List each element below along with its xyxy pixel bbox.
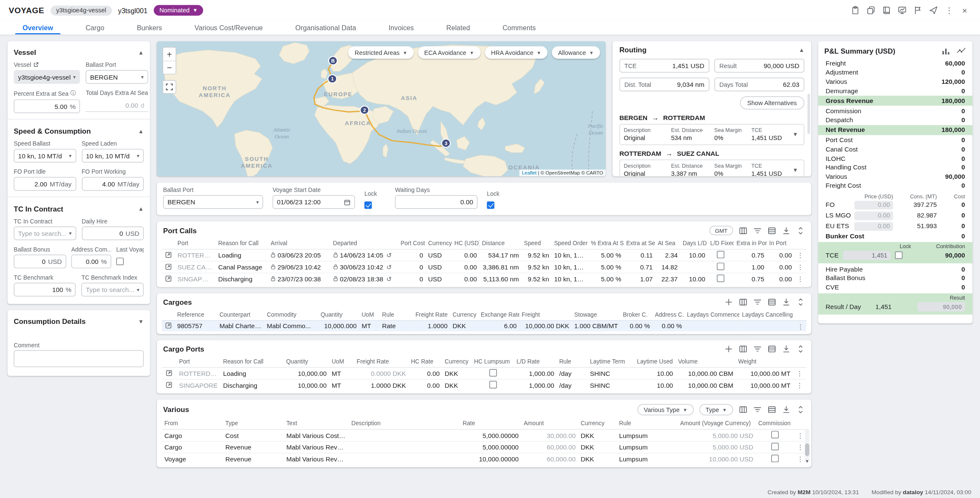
various-cell-type[interactable]: Revenue <box>223 453 284 465</box>
routing-days-total-field[interactable]: Days Total62.03 <box>715 77 805 91</box>
waiting-days-lock-checkbox[interactable] <box>487 201 495 209</box>
routing-dist-total-field[interactable]: Dist. Total9,034 nm <box>619 77 709 91</box>
cargo-port-cell-uom[interactable]: MT <box>329 379 354 391</box>
comment-textarea[interactable] <box>14 350 144 367</box>
row-height-icon[interactable] <box>767 345 776 354</box>
port-call-cell-extra_at_sea[interactable]: 0.71 <box>624 261 655 273</box>
port-call-cell-port[interactable]: SUEZ CAN... <box>175 261 216 273</box>
port-call-cell-extra_at_sea[interactable]: 0.11 <box>624 249 655 261</box>
various-col-type[interactable]: Type <box>223 418 284 429</box>
port-call-col-speed-order[interactable]: Speed Order <box>552 238 588 249</box>
cargo-port-cell-rule[interactable]: /day <box>557 367 587 379</box>
port-call-row[interactable]: SINGAPOREDischarging23/07/23 00:3802/08/… <box>162 273 806 284</box>
cargo-port-cell-ld_rate[interactable]: 1,000.00 <box>514 367 557 379</box>
port-call-ld_fixed-checkbox[interactable] <box>717 275 725 282</box>
view-columns-icon[interactable] <box>739 226 748 235</box>
port-call-cell-port_cost[interactable]: 0 <box>398 273 426 284</box>
view-columns-icon[interactable] <box>739 298 748 306</box>
cargo-port-row[interactable]: ROTTERDAMLoading10,000.00MT0.0000 DKK0.0… <box>162 367 806 379</box>
cargo-port-row[interactable]: SINGAPOREDischarging10,000.00MT1.0000 DK… <box>162 379 806 391</box>
routing-leg-details[interactable]: DescriptionOriginal Est. Distance3,387 n… <box>619 160 804 177</box>
cargo-row[interactable]: 9805757Mabl Chartere...Mabl Commo...10,0… <box>162 321 806 332</box>
view-columns-icon[interactable] <box>739 405 748 414</box>
trend-icon[interactable] <box>956 46 966 56</box>
port-call-col-icon[interactable] <box>795 238 806 249</box>
port-call-cell-reason[interactable]: Loading <box>216 249 268 261</box>
filter-icon[interactable] <box>753 226 762 235</box>
cargo-port-cell-currency[interactable]: DKK <box>442 379 472 391</box>
cargo-col-stowage[interactable]: Stowage <box>572 309 620 321</box>
row-menu-icon[interactable]: ⋮ <box>796 370 803 377</box>
port-call-col-departed[interactable]: Departed <box>330 238 398 249</box>
download-icon[interactable] <box>782 345 791 354</box>
row-menu-icon[interactable]: ⋮ <box>797 264 803 271</box>
cargo-cell-kebab[interactable]: ⋮ <box>795 321 806 332</box>
port-call-cell-in_port[interactable]: 0.00 <box>767 273 795 284</box>
history-icon[interactable]: ↺ <box>386 252 392 259</box>
various-cell-currency[interactable]: DKK <box>578 453 616 465</box>
port-call-cell-distance[interactable]: 534.17 nm <box>479 249 521 261</box>
various-cell-amount_voyage[interactable]: 5,000.00 USD <box>678 441 756 453</box>
cargo-port-col-reason-for-call[interactable]: Reason for Call <box>221 357 284 368</box>
cargo-port-cell-rule[interactable]: /day <box>557 379 587 391</box>
cargo-cell-freight[interactable]: 10,000.00 DKK <box>519 321 572 332</box>
download-icon[interactable] <box>782 405 791 414</box>
port-call-cell-in_port[interactable]: 0.00 <box>767 249 795 261</box>
tc-section-header[interactable]: TC In Contract ▲ <box>14 203 144 218</box>
map-marker-b[interactable]: B <box>329 57 337 65</box>
history-icon[interactable]: ↺ <box>386 264 392 271</box>
cargo-port-col-freight-rate[interactable]: Freight Rate <box>354 357 409 368</box>
speed-laden-select[interactable]: 10 kn, 10 MT/d▾ <box>82 149 144 163</box>
port-call-cell-departed[interactable]: 14/06/23 14:05↺ <box>330 249 398 261</box>
unfold-icon[interactable] <box>796 345 805 354</box>
cargo-port-col-icon[interactable] <box>162 357 177 368</box>
cargo-col-icon[interactable] <box>162 309 175 321</box>
port-call-col-extra-at-sea[interactable]: % Extra At Sea <box>588 238 624 249</box>
various-col-commission[interactable]: Commission <box>756 418 794 429</box>
voyage-start-date-input[interactable]: 01/06/23 12:00 <box>273 195 355 209</box>
tab-organisational-data[interactable]: Organisational Data <box>279 20 372 34</box>
cargo-port-cell-volume[interactable]: 10,000.00 CBM <box>675 367 735 379</box>
cargo-cell-freight_rate[interactable]: 1.0000 <box>413 321 450 332</box>
various-commission-checkbox[interactable] <box>771 455 779 462</box>
fo-port-working-input[interactable]: 4.00MT/day <box>82 177 144 191</box>
tce-input[interactable]: 1,451 <box>843 251 891 260</box>
history-icon[interactable]: ↺ <box>386 276 392 283</box>
routing-result-field[interactable]: Result90,000 USD <box>715 59 805 72</box>
gmt-toggle[interactable]: GMT <box>709 226 733 235</box>
clipboard-icon[interactable] <box>849 4 862 17</box>
various-commission-checkbox[interactable] <box>771 431 779 438</box>
cargo-col-broker-c[interactable]: Broker C. <box>621 309 652 321</box>
cargo-cell-exchange_rate[interactable]: 6.00 <box>478 321 519 332</box>
port-call-col-days-l-d[interactable]: Days L/D <box>680 238 708 249</box>
status-badge[interactable]: Nominated ▼ <box>154 5 203 16</box>
cargo-cell-stowage[interactable]: 1.000 CBM/MT <box>572 321 620 332</box>
cargo-port-cell-open[interactable] <box>162 379 177 391</box>
port-call-cell-open[interactable] <box>162 261 175 273</box>
various-cell-kebab[interactable]: ⋮ <box>794 429 806 441</box>
vessel-section-header[interactable]: Vessel ▲ <box>14 46 144 61</box>
port-call-row[interactable]: SUEZ CAN...Canal Passage29/06/23 10:4230… <box>162 261 806 273</box>
cargo-port-cell-reason[interactable]: Discharging <box>221 379 284 391</box>
various-row[interactable]: CargoCostMabl Various Cost Lump...5,000.… <box>162 429 806 441</box>
map-filter-hra-avoidance[interactable]: HRA Avoidance▼ <box>485 46 547 59</box>
various-cell-rule[interactable]: Lumpsum <box>617 453 678 465</box>
cargo-col-counterpart[interactable]: Counterpart <box>217 309 264 321</box>
port-call-cell-at_sea[interactable]: 14.82 <box>655 261 681 273</box>
various-col-from[interactable]: From <box>162 418 223 429</box>
row-menu-icon[interactable]: ⋮ <box>797 276 803 283</box>
port-call-col-port[interactable]: Port <box>175 238 216 249</box>
zoom-out-button[interactable]: − <box>163 61 176 74</box>
cargo-port-cell-laytime_term[interactable]: SHINC <box>587 367 634 379</box>
port-call-cell-hc[interactable]: 0.00 <box>452 249 479 261</box>
port-call-col-extra-in-port[interactable]: Extra in Port <box>734 238 767 249</box>
logbook-icon[interactable] <box>880 4 893 17</box>
various-cell-text[interactable]: Mabl Various Revenue Lu... <box>284 453 349 465</box>
filter-various-type[interactable]: Various Type▼ <box>638 404 694 415</box>
cargo-port-col-icon[interactable] <box>793 357 806 368</box>
various-cell-commission[interactable] <box>756 441 794 453</box>
unfold-icon[interactable] <box>796 226 805 235</box>
port-call-cell-speed_order[interactable]: 10 kn, 10... <box>552 261 588 273</box>
open-record-icon[interactable] <box>165 323 172 330</box>
port-call-cell-speed[interactable]: 9.52 kn <box>521 249 552 261</box>
